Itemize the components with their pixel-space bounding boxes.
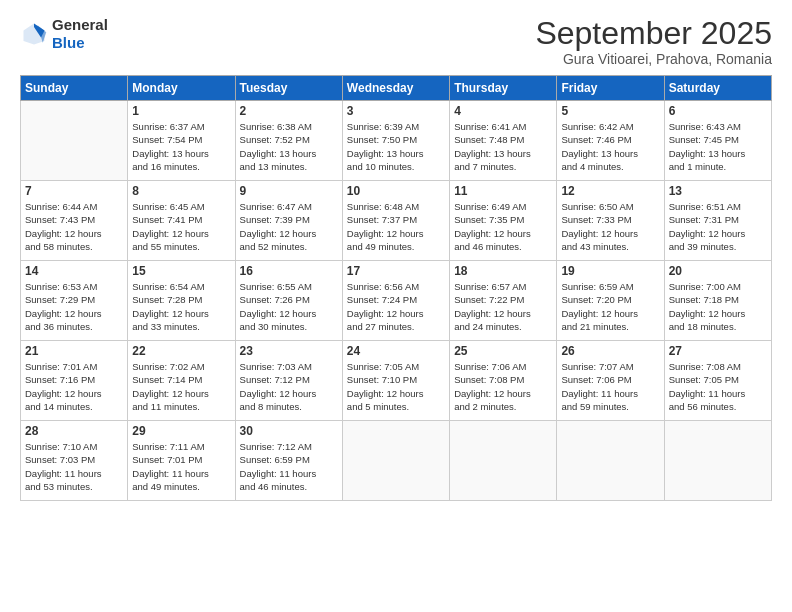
table-row: 28Sunrise: 7:10 AMSunset: 7:03 PMDayligh… bbox=[21, 421, 128, 501]
cell-text: Sunrise: 7:08 AM bbox=[669, 361, 741, 372]
col-monday: Monday bbox=[128, 76, 235, 101]
cell-text: and 30 minutes. bbox=[240, 321, 308, 332]
cell-text: Sunrise: 6:57 AM bbox=[454, 281, 526, 292]
col-saturday: Saturday bbox=[664, 76, 771, 101]
cell-text: Sunrise: 6:55 AM bbox=[240, 281, 312, 292]
cell-text: Sunrise: 6:41 AM bbox=[454, 121, 526, 132]
table-row: 10Sunrise: 6:48 AMSunset: 7:37 PMDayligh… bbox=[342, 181, 449, 261]
table-row: 18Sunrise: 6:57 AMSunset: 7:22 PMDayligh… bbox=[450, 261, 557, 341]
cell-text: Sunrise: 6:37 AM bbox=[132, 121, 204, 132]
cell-text: Daylight: 12 hours bbox=[454, 388, 531, 399]
cell-text: and 52 minutes. bbox=[240, 241, 308, 252]
col-sunday: Sunday bbox=[21, 76, 128, 101]
cell-text: and 49 minutes. bbox=[132, 481, 200, 492]
cell-text: Sunrise: 6:59 AM bbox=[561, 281, 633, 292]
cell-text: Sunset: 6:59 PM bbox=[240, 454, 310, 465]
cell-text: Sunset: 7:18 PM bbox=[669, 294, 739, 305]
table-row: 6Sunrise: 6:43 AMSunset: 7:45 PMDaylight… bbox=[664, 101, 771, 181]
cell-text: Sunset: 7:45 PM bbox=[669, 134, 739, 145]
cell-text: and 39 minutes. bbox=[669, 241, 737, 252]
cell-text: and 10 minutes. bbox=[347, 161, 415, 172]
cell-text: Daylight: 12 hours bbox=[669, 228, 746, 239]
table-row: 9Sunrise: 6:47 AMSunset: 7:39 PMDaylight… bbox=[235, 181, 342, 261]
calendar-header-row: Sunday Monday Tuesday Wednesday Thursday… bbox=[21, 76, 772, 101]
logo-general-text: General bbox=[52, 16, 108, 33]
cell-text: Sunrise: 6:56 AM bbox=[347, 281, 419, 292]
cell-text: Daylight: 11 hours bbox=[669, 388, 746, 399]
cell-text: Daylight: 12 hours bbox=[240, 228, 317, 239]
cell-text: Sunset: 7:05 PM bbox=[669, 374, 739, 385]
month-title: September 2025 bbox=[535, 16, 772, 51]
cell-text: Sunset: 7:41 PM bbox=[132, 214, 202, 225]
cell-text: Sunrise: 6:38 AM bbox=[240, 121, 312, 132]
cell-text: Sunset: 7:33 PM bbox=[561, 214, 631, 225]
cell-text: and 2 minutes. bbox=[454, 401, 516, 412]
cell-text: and 33 minutes. bbox=[132, 321, 200, 332]
table-row: 30Sunrise: 7:12 AMSunset: 6:59 PMDayligh… bbox=[235, 421, 342, 501]
logo-icon bbox=[20, 20, 48, 48]
cell-text: and 21 minutes. bbox=[561, 321, 629, 332]
cell-text: Daylight: 12 hours bbox=[240, 388, 317, 399]
cell-text: and 16 minutes. bbox=[132, 161, 200, 172]
cell-text: Daylight: 12 hours bbox=[561, 228, 638, 239]
cell-text: and 14 minutes. bbox=[25, 401, 93, 412]
cell-text: Daylight: 13 hours bbox=[454, 148, 531, 159]
table-row: 3Sunrise: 6:39 AMSunset: 7:50 PMDaylight… bbox=[342, 101, 449, 181]
cell-text: Sunset: 7:26 PM bbox=[240, 294, 310, 305]
cell-text: and 46 minutes. bbox=[240, 481, 308, 492]
table-row: 7Sunrise: 6:44 AMSunset: 7:43 PMDaylight… bbox=[21, 181, 128, 261]
cell-text: Sunrise: 7:01 AM bbox=[25, 361, 97, 372]
cell-text: Sunset: 7:46 PM bbox=[561, 134, 631, 145]
cell-text: Daylight: 11 hours bbox=[240, 468, 317, 479]
cell-text: and 11 minutes. bbox=[132, 401, 200, 412]
cell-text: Daylight: 12 hours bbox=[347, 388, 424, 399]
table-row: 2Sunrise: 6:38 AMSunset: 7:52 PMDaylight… bbox=[235, 101, 342, 181]
cell-text: Daylight: 11 hours bbox=[132, 468, 209, 479]
calendar-week-row: 14Sunrise: 6:53 AMSunset: 7:29 PMDayligh… bbox=[21, 261, 772, 341]
cell-text: Sunrise: 6:49 AM bbox=[454, 201, 526, 212]
cell-text: and 59 minutes. bbox=[561, 401, 629, 412]
table-row bbox=[450, 421, 557, 501]
cell-text: Sunrise: 6:43 AM bbox=[669, 121, 741, 132]
cell-text: and 8 minutes. bbox=[240, 401, 302, 412]
cell-text: and 56 minutes. bbox=[669, 401, 737, 412]
cell-text: Sunrise: 7:00 AM bbox=[669, 281, 741, 292]
cell-text: Sunrise: 7:12 AM bbox=[240, 441, 312, 452]
title-block: September 2025 Gura Vitioarei, Prahova, … bbox=[535, 16, 772, 67]
cell-text: Sunset: 7:52 PM bbox=[240, 134, 310, 145]
cell-text: Daylight: 11 hours bbox=[561, 388, 638, 399]
calendar-week-row: 1Sunrise: 6:37 AMSunset: 7:54 PMDaylight… bbox=[21, 101, 772, 181]
table-row: 22Sunrise: 7:02 AMSunset: 7:14 PMDayligh… bbox=[128, 341, 235, 421]
cell-text: Sunrise: 7:11 AM bbox=[132, 441, 204, 452]
cell-text: Daylight: 12 hours bbox=[25, 388, 102, 399]
page: General Blue September 2025 Gura Vitioar… bbox=[0, 0, 792, 612]
table-row: 4Sunrise: 6:41 AMSunset: 7:48 PMDaylight… bbox=[450, 101, 557, 181]
table-row: 12Sunrise: 6:50 AMSunset: 7:33 PMDayligh… bbox=[557, 181, 664, 261]
col-wednesday: Wednesday bbox=[342, 76, 449, 101]
cell-text: Sunrise: 6:51 AM bbox=[669, 201, 741, 212]
cell-text: Daylight: 12 hours bbox=[25, 228, 102, 239]
cell-text: Sunset: 7:06 PM bbox=[561, 374, 631, 385]
table-row bbox=[21, 101, 128, 181]
cell-text: and 1 minute. bbox=[669, 161, 727, 172]
cell-text: Sunset: 7:39 PM bbox=[240, 214, 310, 225]
cell-text: Daylight: 13 hours bbox=[561, 148, 638, 159]
cell-text: Sunset: 7:22 PM bbox=[454, 294, 524, 305]
cell-text: Sunset: 7:03 PM bbox=[25, 454, 95, 465]
cell-text: Sunset: 7:54 PM bbox=[132, 134, 202, 145]
cell-text: and 36 minutes. bbox=[25, 321, 93, 332]
cell-text: and 55 minutes. bbox=[132, 241, 200, 252]
table-row: 13Sunrise: 6:51 AMSunset: 7:31 PMDayligh… bbox=[664, 181, 771, 261]
cell-text: Daylight: 12 hours bbox=[132, 388, 209, 399]
cell-text: Sunrise: 6:54 AM bbox=[132, 281, 204, 292]
cell-text: and 24 minutes. bbox=[454, 321, 522, 332]
cell-text: Sunrise: 6:44 AM bbox=[25, 201, 97, 212]
cell-text: and 13 minutes. bbox=[240, 161, 308, 172]
header: General Blue September 2025 Gura Vitioar… bbox=[20, 16, 772, 67]
cell-text: Sunrise: 7:07 AM bbox=[561, 361, 633, 372]
cell-text: and 43 minutes. bbox=[561, 241, 629, 252]
table-row: 14Sunrise: 6:53 AMSunset: 7:29 PMDayligh… bbox=[21, 261, 128, 341]
logo: General Blue bbox=[20, 16, 108, 52]
cell-text: Daylight: 12 hours bbox=[347, 228, 424, 239]
cell-text: Sunset: 7:08 PM bbox=[454, 374, 524, 385]
